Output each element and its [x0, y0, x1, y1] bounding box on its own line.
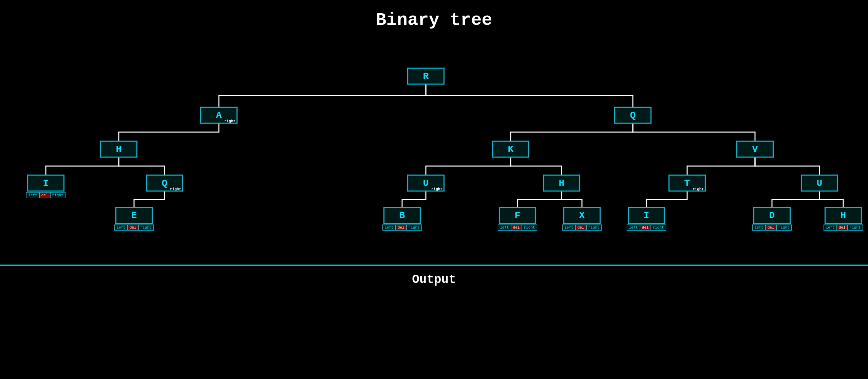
btn-right-X[interactable]: right [586, 224, 602, 231]
btn-group-B: leftdelright [382, 224, 421, 231]
node-H: H [100, 141, 137, 158]
btn-del-H3[interactable]: del [837, 224, 848, 231]
node-box-Q2[interactable]: Qright [146, 175, 183, 192]
output-title: Output [7, 273, 861, 287]
node-label-H3: H [834, 207, 852, 223]
node-U2: U [801, 175, 838, 192]
node-box-H3[interactable]: H [825, 207, 862, 224]
node-box-I2[interactable]: I [628, 207, 665, 224]
node-label-B: B [393, 207, 411, 223]
node-tag-T: right [693, 187, 704, 191]
node-box-T[interactable]: Tright [668, 175, 706, 192]
btn-del-I[interactable]: del [39, 192, 50, 198]
btn-del-E[interactable]: del [128, 224, 138, 231]
btn-del-D[interactable]: del [766, 224, 776, 231]
btn-del-F[interactable]: del [511, 224, 522, 231]
btn-group-X: leftdelright [562, 224, 601, 231]
node-I: Ileftdelright [27, 175, 64, 198]
btn-group-I2: leftdelright [627, 224, 666, 231]
node-label-R: R [417, 68, 435, 84]
btn-group-H3: leftdelright [824, 224, 863, 231]
node-label-Q1: Q [624, 107, 642, 123]
node-F: Fleftdelright [499, 207, 536, 231]
node-label-V: V [746, 141, 764, 157]
node-label-I: I [37, 175, 55, 191]
node-I2: Ileftdelright [628, 207, 665, 231]
btn-right-H3[interactable]: right [848, 224, 863, 231]
node-label-E: E [125, 207, 143, 223]
btn-del-B[interactable]: del [396, 224, 407, 231]
node-Q2: Qright [146, 175, 183, 192]
btn-del-X[interactable]: del [575, 224, 586, 231]
node-box-U1[interactable]: Uright [407, 175, 445, 192]
node-H2: H [543, 175, 580, 192]
node-A: Aright [200, 107, 238, 124]
node-T: Tright [668, 175, 706, 192]
btn-right-D[interactable]: right [776, 224, 792, 231]
node-B: Bleftdelright [383, 207, 421, 231]
btn-left-H3[interactable]: left [824, 224, 836, 231]
node-label-H: H [110, 141, 128, 157]
node-X: Xleftdelright [563, 207, 601, 231]
tree-container: RArightQHKVIleftdelrightQrightUrightHTri… [0, 37, 868, 265]
node-label-X: X [573, 207, 591, 223]
node-K: K [492, 141, 529, 158]
node-box-U2[interactable]: U [801, 175, 838, 192]
node-box-H2[interactable]: H [543, 175, 580, 192]
btn-left-I2[interactable]: left [627, 224, 640, 231]
node-box-I[interactable]: I [27, 175, 64, 192]
node-H3: Hleftdelright [825, 207, 862, 231]
btn-left-F[interactable]: left [498, 224, 511, 231]
node-box-D[interactable]: D [753, 207, 791, 224]
node-V: V [736, 141, 774, 158]
node-label-K: K [502, 141, 520, 157]
node-box-X[interactable]: X [563, 207, 601, 224]
tree-area: RArightQHKVIleftdelrightQrightUrightHTri… [0, 40, 868, 258]
node-box-F[interactable]: F [499, 207, 536, 224]
node-box-B[interactable]: B [383, 207, 421, 224]
btn-del-I2[interactable]: del [640, 224, 651, 231]
node-label-H2: H [553, 175, 571, 191]
btn-left-X[interactable]: left [562, 224, 575, 231]
node-label-D: D [763, 207, 781, 223]
node-box-V[interactable]: V [736, 141, 774, 158]
node-E: Eleftdelright [115, 207, 153, 231]
node-U1: Uright [407, 175, 445, 192]
node-D: Dleftdelright [753, 207, 791, 231]
btn-right-I[interactable]: right [50, 192, 65, 198]
output-section: Output [0, 265, 868, 293]
node-box-H[interactable]: H [100, 141, 137, 158]
btn-left-D[interactable]: left [752, 224, 765, 231]
node-box-Q1[interactable]: Q [614, 107, 652, 124]
node-Q1: Q [614, 107, 652, 124]
node-tag-Q2: right [170, 187, 181, 191]
node-label-I2: I [638, 207, 656, 223]
btn-right-E[interactable]: right [138, 224, 154, 231]
page-title: Binary tree [0, 0, 868, 37]
btn-group-D: leftdelright [752, 224, 791, 231]
node-box-A[interactable]: Aright [200, 107, 238, 124]
btn-group-I: leftdelright [26, 192, 65, 198]
btn-left-E[interactable]: left [114, 224, 127, 231]
node-R: R [407, 68, 445, 85]
btn-right-B[interactable]: right [407, 224, 422, 231]
btn-group-F: leftdelright [498, 224, 537, 231]
node-tag-U1: right [431, 187, 442, 191]
node-tag-A: right [224, 119, 235, 123]
btn-right-F[interactable]: right [522, 224, 537, 231]
node-label-F: F [509, 207, 527, 223]
node-box-E[interactable]: E [115, 207, 153, 224]
node-box-K[interactable]: K [492, 141, 529, 158]
node-label-U2: U [811, 175, 829, 191]
btn-right-I2[interactable]: right [651, 224, 666, 231]
btn-left-B[interactable]: left [382, 224, 395, 231]
btn-left-I[interactable]: left [26, 192, 39, 198]
btn-group-E: leftdelright [114, 224, 153, 231]
node-box-R[interactable]: R [407, 68, 445, 85]
